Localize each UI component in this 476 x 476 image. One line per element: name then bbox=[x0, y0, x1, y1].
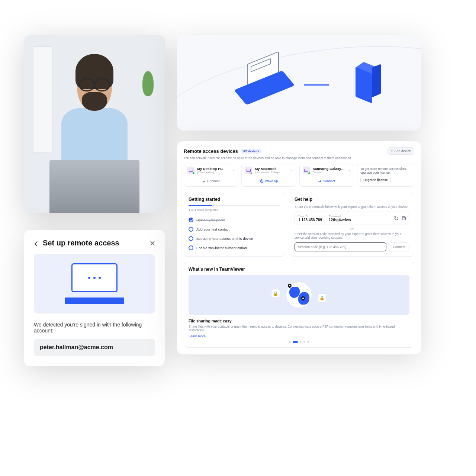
laptop-illustration bbox=[34, 254, 155, 313]
modal-title: Set up remote access bbox=[43, 239, 119, 247]
marketing-photo bbox=[24, 35, 165, 213]
account-email: peter.hallman@acme.com bbox=[34, 339, 155, 356]
connect-button[interactable]: ⇄ Connect bbox=[300, 177, 354, 185]
close-icon[interactable] bbox=[150, 241, 155, 246]
devices-heading: Remote access devices 3/3 devices bbox=[184, 148, 261, 154]
device-count-badge: 3/3 devices bbox=[241, 149, 261, 154]
upgrade-license-button[interactable]: Upgrade license bbox=[360, 177, 391, 183]
whats-new-panel: What's new in TeamViewer 🔒 🔒 File sharin… bbox=[184, 262, 414, 348]
back-icon[interactable] bbox=[34, 241, 38, 245]
your-id-value: 1 123 456 789 bbox=[298, 218, 322, 222]
refresh-icon[interactable]: ↻ bbox=[394, 215, 399, 222]
upgrade-upsell: To get more remote access slots, upgrade… bbox=[357, 164, 414, 187]
connect-button[interactable]: Connect bbox=[389, 242, 409, 251]
device-card: My Desktop PC (This device) ⋮ ⇄ Connect bbox=[184, 164, 238, 187]
swap-icon: ⇄ bbox=[203, 179, 206, 183]
desktop-icon bbox=[245, 167, 252, 174]
dashboard-panel: Remote access devices 3/3 devices + Add … bbox=[177, 141, 421, 354]
power-icon: ⏻ bbox=[260, 179, 263, 183]
session-code-input[interactable] bbox=[295, 242, 386, 251]
whats-new-illustration: 🔒 🔒 bbox=[189, 275, 409, 315]
task-item[interactable]: Enable two-factor authentication bbox=[189, 243, 280, 253]
laptop-icon bbox=[240, 61, 292, 102]
swap-icon: ⇄ bbox=[318, 179, 321, 183]
wake-up-button[interactable]: ⏻ Wake up bbox=[242, 177, 296, 185]
plus-icon: + bbox=[391, 149, 393, 153]
progress-bar bbox=[189, 205, 280, 206]
check-icon bbox=[189, 218, 193, 222]
add-device-button[interactable]: + Add device bbox=[387, 147, 414, 155]
lock-chip-icon: 🔒 bbox=[271, 289, 280, 298]
connection-line-icon bbox=[304, 84, 345, 86]
device-card: My MacBook Last online: 2 days… ⋮ ⏻ Wake… bbox=[241, 164, 296, 187]
devices-subtitle: You can activate "Remote access" on up t… bbox=[184, 156, 414, 160]
credentials-box: Your ID 1 123 456 789 Password 12thg4wdw… bbox=[295, 212, 409, 225]
hero-illustration bbox=[177, 35, 421, 131]
more-icon[interactable]: ⋮ bbox=[232, 167, 236, 172]
lock-chip-icon: 🔒 bbox=[318, 293, 327, 302]
circle-icon bbox=[189, 245, 193, 250]
desktop-icon bbox=[187, 167, 194, 174]
password-value: 12thg4wdws bbox=[329, 218, 351, 222]
device-card: Samsung Galaxy… Online ⋮ ⇄ Connect bbox=[299, 164, 354, 187]
circle-icon bbox=[189, 236, 193, 241]
connect-button[interactable]: ⇄ Connect bbox=[184, 177, 238, 185]
task-item[interactable]: Set up remote access on this device bbox=[189, 234, 280, 243]
learn-more-link[interactable]: Learn more bbox=[189, 334, 409, 338]
carousel-dots[interactable] bbox=[189, 341, 409, 343]
task-item[interactable]: Add your first contact bbox=[189, 225, 280, 234]
getting-started-panel: Getting started 1 of 4 tasks completed U… bbox=[184, 192, 285, 257]
mobile-icon bbox=[303, 167, 310, 174]
detected-account-text: We detected you're signed in with the fo… bbox=[34, 322, 155, 334]
setup-remote-access-modal: Set up remote access We detected you're … bbox=[24, 230, 165, 366]
copy-icon[interactable]: ⧉ bbox=[402, 215, 406, 222]
more-icon[interactable]: ⋮ bbox=[347, 167, 351, 172]
get-help-panel: Get help Share the credentials below wit… bbox=[290, 192, 414, 257]
task-item[interactable]: Upload your photo bbox=[189, 215, 280, 225]
server-icon bbox=[356, 66, 379, 103]
circle-icon bbox=[189, 227, 193, 232]
more-icon[interactable]: ⋮ bbox=[290, 167, 294, 172]
